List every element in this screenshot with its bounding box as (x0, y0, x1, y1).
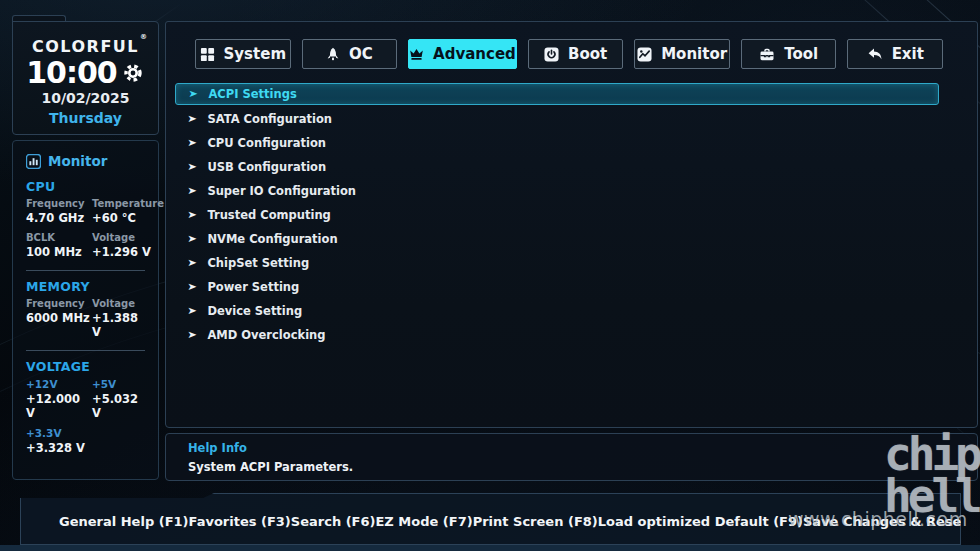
reading-label: Frequency (26, 298, 92, 309)
reading-value: +5.032 V (92, 392, 145, 420)
reading-value: +60 °C (92, 211, 164, 225)
power-icon (544, 47, 559, 62)
tab-advanced[interactable]: Advanced (408, 39, 517, 69)
tab-oc[interactable]: OC (302, 39, 398, 69)
tab-label: OC (349, 45, 373, 63)
reading-value: +12.000 V (26, 392, 92, 420)
menu-item-cpu-configuration[interactable]: ➤CPU Configuration (175, 131, 939, 155)
menu-item-nvme-configuration[interactable]: ➤NVMe Configuration (175, 227, 939, 251)
menu-item-power-setting[interactable]: ➤Power Setting (175, 275, 939, 299)
reading-value: 6000 MHz (26, 311, 92, 325)
arrow-icon: ➤ (187, 306, 197, 316)
monitor-sidebar: Monitor CPU Frequency4.70 GHz Temperatur… (12, 140, 159, 480)
memory-section-title: MEMORY (26, 279, 145, 294)
search-f6-button[interactable]: Search (F6) (291, 514, 376, 529)
menu-item-label: ACPI Settings (208, 87, 296, 101)
menu-item-label: NVMe Configuration (207, 232, 337, 246)
settings-menu: ➤ACPI Settings ➤SATA Configuration ➤CPU … (175, 83, 939, 347)
ez-mode-f7-button[interactable]: EZ Mode (F7) (375, 514, 472, 529)
favorites-f3-button[interactable]: Favorites (F3) (189, 514, 291, 529)
menu-item-sata-configuration[interactable]: ➤SATA Configuration (175, 107, 939, 131)
clock-time: 10:00 (26, 58, 117, 88)
arrow-icon: ➤ (187, 282, 197, 292)
arrow-icon: ➤ (187, 258, 197, 268)
clock-date: 10/02/2025 (13, 90, 158, 106)
tab-label: Tool (784, 45, 818, 63)
help-info-text: System ACPI Parameters. (188, 460, 977, 474)
reading-label: Voltage (92, 232, 164, 243)
voltage-section-title: VOLTAGE (26, 359, 145, 374)
print-screen-f8-button[interactable]: Print Screen (F8) (473, 514, 598, 529)
menu-item-acpi-settings[interactable]: ➤ACPI Settings (175, 83, 939, 105)
tab-label: Advanced (433, 45, 516, 63)
reading-value: +1.388 V (92, 311, 145, 339)
arrow-icon: ➤ (187, 114, 197, 124)
tab-boot[interactable]: Boot (528, 39, 624, 69)
menu-item-usb-configuration[interactable]: ➤USB Configuration (175, 155, 939, 179)
cpu-section-title: CPU (26, 179, 145, 194)
menu-item-label: Super IO Configuration (207, 184, 356, 198)
help-info-title: Help Info (188, 441, 977, 455)
reading-label: +5V (92, 378, 145, 390)
menu-item-amd-overclocking[interactable]: ➤AMD Overclocking (175, 323, 939, 347)
reading-value: 4.70 GHz (26, 211, 92, 225)
return-arrow-icon (867, 47, 883, 61)
tab-label: Boot (568, 45, 607, 63)
menu-item-label: Device Setting (207, 304, 302, 318)
menu-item-device-setting[interactable]: ➤Device Setting (175, 299, 939, 323)
arrow-icon: ➤ (187, 186, 197, 196)
gear-icon (121, 61, 145, 85)
memory-readings: Frequency6000 MHz Voltage+1.388 V (26, 298, 145, 344)
menu-item-label: AMD Overclocking (207, 328, 325, 342)
reading-label: +12V (26, 378, 92, 390)
tab-system[interactable]: System (195, 39, 291, 69)
menu-item-label: CPU Configuration (207, 136, 326, 150)
voltage-readings: +12V+12.000 V +5V+5.032 V +3.3V+3.328 V (26, 378, 145, 460)
tab-label: Monitor (661, 45, 727, 63)
registered-mark: ® (140, 33, 147, 41)
help-info-panel: Help Info System ACPI Parameters. (165, 433, 978, 481)
reading-label: Temperature (92, 198, 164, 209)
menu-item-label: SATA Configuration (207, 112, 332, 126)
general-help-f1-button[interactable]: General Help (F1) (59, 514, 189, 529)
menu-item-trusted-computing[interactable]: ➤Trusted Computing (175, 203, 939, 227)
divider (26, 270, 145, 271)
reading-label: +3.3V (26, 427, 92, 439)
arrow-icon: ➤ (187, 234, 197, 244)
load-optimized-default-f9-button[interactable]: Load optimized Default (F9) (598, 514, 803, 529)
cpu-readings: Frequency4.70 GHz Temperature+60 °C BCLK… (26, 198, 145, 264)
menu-item-super-io-configuration[interactable]: ➤Super IO Configuration (175, 179, 939, 203)
menu-item-chipset-setting[interactable]: ➤ChipSet Setting (175, 251, 939, 275)
reading-value: 100 MHz (26, 245, 92, 259)
chiphell-logo: chip hell (884, 433, 979, 518)
tab-exit[interactable]: Exit (847, 39, 943, 69)
chiphell-logo-bottom: hell (884, 475, 979, 517)
tab-label: System (224, 45, 286, 63)
picture-chart-icon (637, 47, 652, 62)
bar-chart-icon (26, 154, 41, 169)
arrow-icon: ➤ (187, 330, 197, 340)
menu-item-label: Trusted Computing (207, 208, 330, 222)
reading-value: +3.328 V (26, 441, 92, 455)
menu-item-label: Power Setting (207, 280, 299, 294)
menu-item-label: USB Configuration (207, 160, 326, 174)
reading-label: Voltage (92, 298, 145, 309)
tab-tool[interactable]: Tool (741, 39, 837, 69)
arrow-icon: ➤ (187, 210, 197, 220)
tab-label: Exit (892, 45, 924, 63)
reading-label: Frequency (26, 198, 92, 209)
divider (26, 350, 145, 351)
tab-bar: System OC Advanced (195, 39, 943, 69)
reading-value: +1.296 V (92, 245, 164, 259)
grid-icon (200, 47, 215, 62)
menu-item-label: ChipSet Setting (207, 256, 309, 270)
rocket-icon (326, 47, 340, 62)
crown-icon (409, 47, 424, 61)
toolbox-icon (759, 47, 775, 62)
arrow-icon: ➤ (187, 138, 197, 148)
clock-panel: COLORFUL® 10:00 10/02/2025 Thursday (12, 21, 159, 135)
tab-monitor[interactable]: Monitor (634, 39, 730, 69)
clock-day: Thursday (13, 110, 158, 126)
monitor-sidebar-title: Monitor (48, 153, 107, 169)
arrow-icon: ➤ (187, 162, 197, 172)
